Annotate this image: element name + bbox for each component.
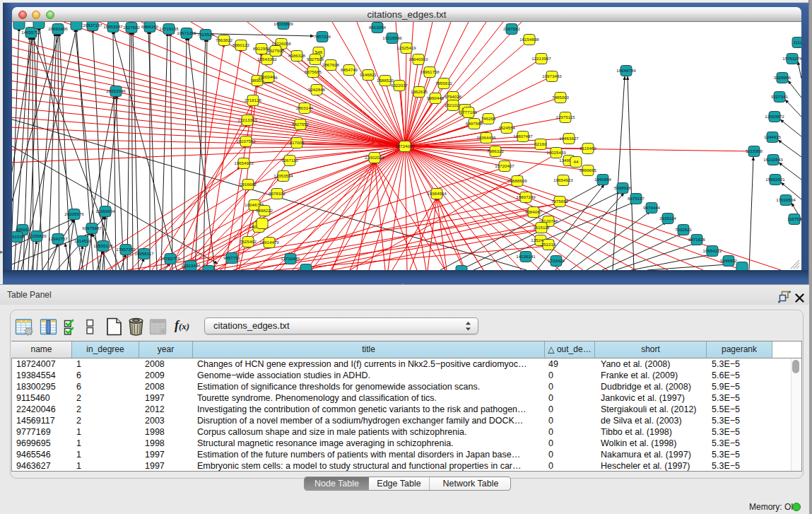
- svg-text:10958117: 10958117: [134, 251, 154, 256]
- svg-text:5215958: 5215958: [746, 148, 763, 153]
- svg-text:5938928: 5938928: [614, 185, 632, 190]
- svg-text:7975692: 7975692: [551, 199, 569, 204]
- svg-text:20206576: 20206576: [64, 211, 84, 216]
- svg-text:15692921: 15692921: [765, 177, 785, 182]
- svg-text:12093872: 12093872: [765, 114, 784, 119]
- svg-text:17957255: 17957255: [116, 247, 136, 252]
- svg-text:18807249: 18807249: [516, 194, 536, 199]
- svg-text:9327508: 9327508: [307, 57, 324, 62]
- svg-text:7625402: 7625402: [240, 239, 257, 244]
- svg-text:19384554: 19384554: [427, 191, 447, 196]
- svg-text:12942757: 12942757: [48, 236, 68, 241]
- svg-text:16648784: 16648784: [616, 68, 636, 73]
- svg-text:6322037: 6322037: [391, 83, 408, 88]
- svg-text:2187682: 2187682: [503, 26, 521, 31]
- svg-text:7955812: 7955812: [435, 81, 453, 86]
- svg-text:2867608: 2867608: [322, 62, 340, 67]
- svg-text:16107552: 16107552: [236, 139, 256, 144]
- svg-text:9084067: 9084067: [525, 209, 543, 214]
- svg-text:16782759: 16782759: [160, 256, 180, 261]
- svg-text:9329966: 9329966: [774, 75, 792, 80]
- svg-text:20046: 20046: [262, 74, 275, 79]
- svg-text:10671355: 10671355: [177, 30, 196, 35]
- svg-text:9115460: 9115460: [579, 146, 596, 151]
- svg-text:10654112: 10654112: [702, 248, 722, 253]
- svg-text:9327503: 9327503: [267, 48, 285, 53]
- svg-text:7663822: 7663822: [216, 37, 233, 42]
- svg-text:9242848: 9242848: [308, 87, 326, 92]
- svg-text:7857224: 7857224: [314, 34, 331, 39]
- svg-text:19218596: 19218596: [382, 35, 402, 40]
- svg-text:18724007: 18724007: [395, 144, 415, 148]
- svg-text:13710485: 13710485: [281, 256, 300, 261]
- svg-text:19654923: 19654923: [234, 160, 254, 165]
- svg-text:1615112: 1615112: [533, 225, 550, 230]
- svg-text:20364436: 20364436: [476, 135, 496, 140]
- svg-text:2803144: 2803144: [296, 105, 314, 110]
- svg-text:12353594: 12353594: [273, 173, 293, 178]
- svg-text:6794028: 6794028: [445, 94, 462, 99]
- svg-text:16154838: 16154838: [519, 37, 539, 42]
- svg-text:5498222: 5498222: [256, 208, 273, 213]
- svg-text:19463627: 19463627: [559, 136, 579, 141]
- svg-text:8471626: 8471626: [688, 237, 706, 242]
- svg-text:5675685: 5675685: [305, 69, 322, 74]
- svg-text:12505135: 12505135: [93, 243, 113, 248]
- svg-text:14136141: 14136141: [516, 254, 536, 259]
- svg-text:20691406: 20691406: [48, 26, 68, 31]
- svg-text:1916682: 1916682: [240, 182, 257, 187]
- svg-text:14055713: 14055713: [21, 30, 41, 35]
- svg-text:1588520: 1588520: [377, 78, 394, 83]
- svg-text:9990448: 9990448: [427, 95, 445, 100]
- svg-text:435001: 435001: [16, 227, 30, 232]
- svg-text:16543362: 16543362: [257, 57, 277, 62]
- svg-text:9146821: 9146821: [360, 72, 377, 77]
- svg-text:7632621: 7632621: [675, 227, 693, 232]
- svg-text:9474444: 9474444: [643, 205, 661, 210]
- svg-text:7515526: 7515526: [197, 32, 215, 37]
- svg-text:8267110: 8267110: [281, 158, 298, 163]
- svg-text:8186328: 8186328: [288, 53, 306, 58]
- svg-text:6497568: 6497568: [466, 121, 483, 126]
- svg-text:12359934: 12359934: [95, 209, 115, 214]
- svg-text:15751074: 15751074: [782, 56, 801, 61]
- svg-text:3624554: 3624554: [498, 125, 516, 130]
- svg-text:16210643: 16210643: [763, 157, 783, 162]
- svg-text:20053346: 20053346: [106, 88, 126, 93]
- svg-text:10719155: 10719155: [159, 26, 179, 31]
- svg-text:44: 44: [574, 159, 579, 164]
- svg-text:16033809: 16033809: [273, 22, 293, 26]
- svg-text:6679197: 6679197: [628, 196, 645, 201]
- svg-text:991537: 991537: [12, 234, 25, 239]
- svg-text:8678332: 8678332: [269, 191, 286, 196]
- svg-text:16640910: 16640910: [408, 57, 428, 62]
- svg-text:116753: 116753: [787, 216, 801, 221]
- svg-text:8660123: 8660123: [233, 42, 250, 47]
- svg-text:10688609: 10688609: [507, 178, 527, 183]
- svg-text:12156829: 12156829: [27, 233, 47, 238]
- svg-text:62160: 62160: [534, 141, 547, 146]
- svg-text:10025433: 10025433: [546, 150, 566, 155]
- svg-text:12975115: 12975115: [555, 115, 575, 119]
- svg-text:12325419: 12325419: [396, 45, 416, 50]
- svg-text:8427552: 8427552: [292, 122, 310, 127]
- svg-text:9777169: 9777169: [460, 110, 478, 115]
- svg-text:15720407: 15720407: [495, 163, 514, 168]
- svg-text:417006: 417006: [290, 140, 305, 145]
- svg-text:2718126: 2718126: [245, 98, 262, 103]
- svg-text:9227341: 9227341: [771, 94, 789, 99]
- svg-text:23302023: 23302023: [365, 155, 384, 160]
- svg-text:746266: 746266: [481, 116, 496, 121]
- svg-text:90975887: 90975887: [82, 226, 102, 230]
- svg-text:20837197: 20837197: [83, 23, 102, 28]
- svg-text:1112: 1112: [794, 40, 801, 45]
- svg-text:546: 546: [315, 49, 323, 54]
- svg-text:7986322: 7986322: [487, 148, 505, 153]
- svg-text:17016504: 17016504: [776, 197, 796, 202]
- svg-text:16961758: 16961758: [420, 69, 440, 74]
- svg-text:7485003: 7485003: [552, 95, 570, 100]
- svg-text:1527602: 1527602: [123, 25, 141, 30]
- svg-text:13226058: 13226058: [271, 41, 291, 46]
- svg-text:12213303: 12213303: [237, 117, 257, 122]
- svg-text:252214: 252214: [541, 242, 556, 247]
